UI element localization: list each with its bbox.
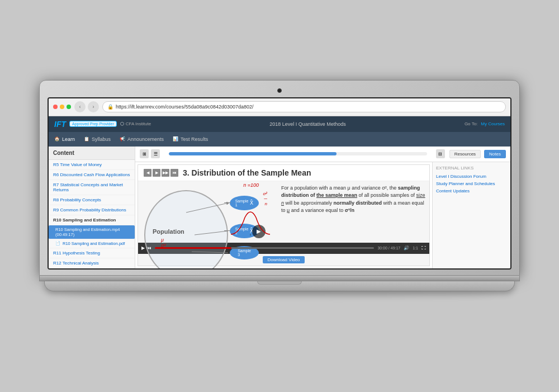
home-icon: 🏠: [54, 136, 60, 141]
video-content-area: ◀ ▶ ▶▶ ⏭ 3. Distribution of the Sample M…: [135, 162, 510, 268]
population-text: Population: [153, 228, 184, 235]
next-btn[interactable]: ▶▶: [162, 169, 169, 177]
bell-curve-svg: μ: [228, 206, 273, 237]
sidebar-header: Content: [49, 147, 135, 160]
pdf-icon: 📄: [55, 241, 60, 245]
sidebar: Content R5 Time Value of Money R6 Discou…: [49, 147, 135, 268]
main-layout: Content R5 Time Value of Money R6 Discou…: [49, 147, 510, 268]
sidebar-sub-video[interactable]: R10 Sampling and Estimation.mp4 (00:49:1…: [49, 225, 135, 239]
external-link-planner[interactable]: Study Planner and Schedules: [436, 181, 507, 186]
progress-bar-container: [169, 152, 427, 155]
top-nav: IFT Approved Prep Provider ⬡ CFA Institu…: [49, 116, 510, 132]
prev-btn[interactable]: ◀: [144, 169, 151, 177]
grid2-icon[interactable]: ⊟: [436, 149, 445, 158]
sidebar-item-r10[interactable]: R10 Sampling and Estimation: [49, 215, 135, 225]
url-text: https://ift.learnrev.com/courses/55da08a…: [116, 104, 254, 110]
video-title-bar: ◀ ▶ ▶▶ ⏭ 3. Distribution of the Sample M…: [138, 165, 429, 181]
external-link-updates[interactable]: Content Updates: [436, 188, 507, 193]
nav-syllabus[interactable]: 📋 Syllabus: [84, 136, 111, 142]
video-text-content: For a population with a mean μ and varia…: [281, 185, 426, 239]
chart-icon: 📊: [173, 136, 178, 141]
laptop-wrapper: ‹ › 🔒 https://ift.learnrev.com/courses/5…: [0, 0, 559, 392]
sidebar-item-r8[interactable]: R8 Probability Concepts: [49, 195, 135, 205]
sidebar-item-r12[interactable]: R12 Technical Analysis: [49, 258, 135, 268]
right-panel-title: EXTERNAL LINKS: [436, 166, 507, 171]
nav-learn[interactable]: 🏠 Learn: [54, 136, 75, 142]
syllabus-icon: 📋: [84, 136, 89, 141]
sidebar-item-r9[interactable]: R9 Common Probability Distributions: [49, 205, 135, 215]
logo-area: IFT Approved Prep Provider ⬡ CFA Institu…: [54, 120, 151, 129]
close-dot[interactable]: [53, 105, 58, 109]
sidebar-item-r5[interactable]: R5 Time Value of Money: [49, 160, 135, 170]
right-panel: EXTERNAL LINKS Level I Discussion Forum …: [432, 162, 510, 268]
bell-curve-area: σ²─n μ: [228, 191, 273, 239]
announce-icon: 📢: [120, 136, 125, 141]
browser-dots: [53, 105, 71, 109]
toolbar-right: Resources Notes: [449, 150, 506, 158]
toolbar-icons-right: ⊟: [436, 149, 445, 158]
play-btn[interactable]: ▶: [153, 169, 160, 177]
video-description: For a population with a mean μ and varia…: [281, 185, 426, 215]
play-control-btn[interactable]: ▶: [141, 245, 145, 251]
minimize-dot[interactable]: [60, 105, 64, 109]
notes-button[interactable]: Notes: [484, 150, 506, 158]
my-courses-button[interactable]: My Courses: [481, 121, 505, 126]
goto-section: Go To: My Courses: [465, 121, 505, 126]
approved-badge: Approved Prep Provider: [69, 121, 117, 127]
video-body: n =100 Population: [138, 181, 429, 243]
population-formula: μσ²: [161, 237, 165, 248]
content-area: ⊞ ☰ ⊟ Resources Notes: [135, 147, 510, 268]
browser-nav: ‹ ›: [74, 101, 99, 112]
nav-announcements[interactable]: 📢 Announcements: [120, 136, 164, 142]
sidebar-item-r7[interactable]: R7 Statistical Concepts and Market Retur…: [49, 180, 135, 195]
svg-text:μ: μ: [247, 236, 250, 237]
fullscreen-button[interactable]: ⛶: [421, 245, 426, 251]
video-nav-buttons: ◀ ▶ ▶▶ ⏭: [144, 169, 178, 177]
screen: ‹ › 🔒 https://ift.learnrev.com/courses/5…: [48, 97, 511, 270]
address-bar[interactable]: 🔒 https://ift.learnrev.com/courses/55da0…: [102, 101, 506, 112]
resources-button[interactable]: Resources: [449, 150, 481, 158]
browser-chrome: ‹ › 🔒 https://ift.learnrev.com/courses/5…: [49, 98, 510, 116]
video-title: 3. Distribution of the Sample Mean: [183, 168, 311, 177]
progress-bar-fill: [169, 152, 337, 155]
time-display: 30:00 / 49:17: [377, 246, 400, 250]
cfa-badge: ⬡ CFA Institute: [120, 121, 151, 126]
sidebar-item-r6[interactable]: R6 Discounted Cash Flow Applications: [49, 170, 135, 180]
video-section: ◀ ▶ ▶▶ ⏭ 3. Distribution of the Sample M…: [135, 162, 432, 268]
secondary-nav: 🏠 Learn 📋 Syllabus 📢 Announcements 📊 Tes…: [49, 132, 510, 147]
skip-btn[interactable]: ⏭: [170, 169, 178, 177]
sidebar-item-r11[interactable]: R11 Hypothesis Testing: [49, 248, 135, 258]
n-label: n =100: [243, 182, 259, 188]
forward-button[interactable]: ›: [88, 101, 99, 112]
list-icon[interactable]: ☰: [151, 149, 160, 158]
volume-button[interactable]: 🔊: [404, 245, 409, 251]
toolbar-icons: ⊞ ☰: [140, 149, 160, 158]
seek-fill: [155, 247, 231, 249]
video-player: ◀ ▶ ▶▶ ⏭ 3. Distribution of the Sample M…: [138, 164, 430, 266]
seek-bar[interactable]: [155, 247, 374, 249]
external-link-forum[interactable]: Level I Discussion Forum: [436, 174, 507, 179]
content-toolbar: ⊞ ☰ ⊟ Resources Notes: [135, 147, 510, 162]
ift-logo: IFT: [54, 120, 66, 129]
download-video-button[interactable]: Download Video: [263, 256, 304, 263]
video-diagram: n =100 Population: [141, 185, 276, 239]
speed-display: 1:1: [413, 246, 418, 250]
back-button[interactable]: ‹: [74, 101, 86, 112]
sidebar-sub-pdf[interactable]: 📄 R10 Sampling and Estimation.pdf: [49, 239, 135, 248]
nav-test-results[interactable]: 📊 Test Results: [173, 136, 208, 142]
grid-icon[interactable]: ⊞: [140, 149, 149, 158]
course-title: 2018 Level I Quantitative Methods: [157, 121, 459, 127]
maximize-dot[interactable]: [67, 105, 71, 109]
